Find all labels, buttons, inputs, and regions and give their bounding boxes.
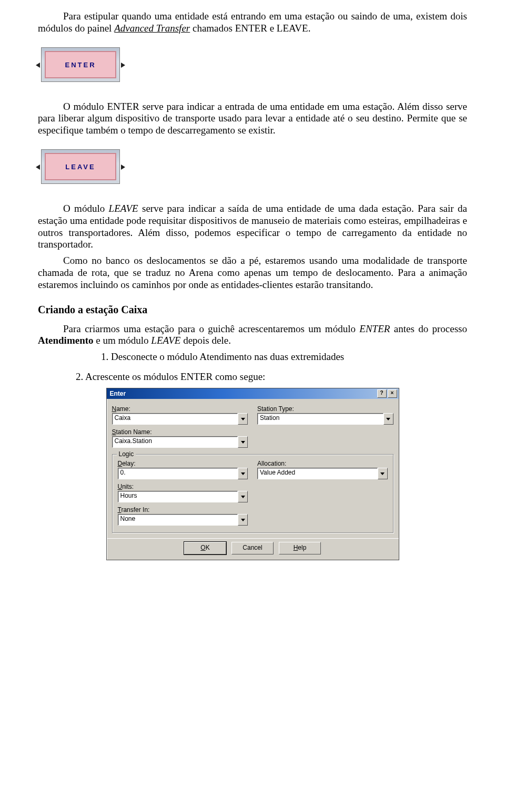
module-leave-label: LEAVE bbox=[65, 162, 95, 170]
module-outer: LEAVE bbox=[41, 149, 120, 184]
paragraph-3: O módulo LEAVE serve para indicar a saíd… bbox=[38, 203, 467, 251]
label-units: Units: bbox=[118, 483, 248, 490]
cancel-button[interactable]: Cancel bbox=[231, 542, 274, 554]
paragraph-1: Para estipular quando uma entidade está … bbox=[38, 11, 467, 35]
logic-groupbox: Logic Delay: 0. Allocation: bbox=[112, 454, 393, 533]
dropdown-icon[interactable] bbox=[238, 413, 248, 425]
name-input[interactable]: Caixa bbox=[112, 413, 238, 425]
text: Para criarmos uma estação para o guichê … bbox=[63, 323, 359, 334]
station-type-input[interactable]: Station bbox=[257, 413, 383, 425]
dropdown-icon[interactable] bbox=[238, 514, 248, 526]
connector-right-icon bbox=[121, 63, 125, 68]
paragraph-2: O módulo ENTER serve para indicar a entr… bbox=[38, 101, 467, 137]
dialog-titlebar: Enter ? × bbox=[107, 388, 399, 399]
subheading-caixa: Criando a estação Caixa bbox=[38, 304, 467, 316]
text-italic: LEAVE bbox=[109, 203, 138, 214]
dialog-footer: OK Cancel Help bbox=[107, 538, 399, 560]
step-2: 2. Acrescente os módulos ENTER como segu… bbox=[76, 371, 467, 383]
module-enter-block: ENTER bbox=[38, 44, 127, 86]
close-icon[interactable]: × bbox=[388, 389, 397, 398]
dropdown-icon[interactable] bbox=[238, 436, 248, 448]
module-inner: LEAVE bbox=[45, 153, 116, 180]
dropdown-icon[interactable] bbox=[238, 491, 248, 502]
text-bold: Atendimento bbox=[38, 335, 94, 346]
dropdown-icon[interactable] bbox=[238, 468, 248, 479]
label-allocation: Allocation: bbox=[257, 460, 388, 467]
connector-left-icon bbox=[36, 63, 40, 68]
enter-dialog: Enter ? × Name: Caixa Stat bbox=[106, 388, 399, 560]
label-delay: Delay: bbox=[118, 460, 248, 467]
label-transfer-in: Transfer In: bbox=[118, 506, 248, 513]
connector-right-icon bbox=[121, 165, 125, 170]
text: antes do processo bbox=[390, 323, 467, 334]
station-name-input[interactable]: Caixa.Station bbox=[112, 436, 238, 448]
module-leave-block: LEAVE bbox=[38, 146, 127, 188]
link-advanced-transfer: Advanced Transfer bbox=[114, 23, 190, 34]
text: O módulo bbox=[63, 203, 109, 214]
ok-button[interactable]: OK bbox=[184, 542, 226, 554]
step-1: 1. Desconecte o módulo Atendimento nas d… bbox=[101, 351, 467, 363]
help-icon[interactable]: ? bbox=[377, 389, 387, 398]
dropdown-icon[interactable] bbox=[383, 413, 393, 425]
module-enter-label: ENTER bbox=[65, 60, 96, 68]
transfer-in-input[interactable]: None bbox=[118, 514, 238, 526]
text-italic: LEAVE bbox=[151, 335, 180, 346]
delay-input[interactable]: 0. bbox=[118, 468, 238, 479]
group-title-logic: Logic bbox=[117, 450, 136, 458]
connector-left-icon bbox=[36, 165, 40, 170]
help-button[interactable]: Help bbox=[279, 542, 321, 554]
module-outer: ENTER bbox=[41, 47, 120, 82]
dropdown-icon[interactable] bbox=[378, 468, 388, 479]
paragraph-4: Como no banco os deslocamentos se dão a … bbox=[38, 255, 467, 291]
paragraph-5: Para criarmos uma estação para o guichê … bbox=[38, 323, 467, 347]
module-inner: ENTER bbox=[45, 51, 116, 78]
units-input[interactable]: Hours bbox=[118, 491, 238, 502]
label-station-type: Station Type: bbox=[257, 405, 393, 413]
text: e um módulo bbox=[94, 335, 152, 346]
text: depois dele. bbox=[180, 335, 231, 346]
label-name: Name: bbox=[112, 405, 248, 413]
label-station-name: Station Name: bbox=[112, 428, 248, 436]
allocation-input[interactable]: Value Added bbox=[257, 468, 378, 479]
dialog-body: Name: Caixa Station Type: Station bbox=[107, 399, 399, 538]
text: chamados ENTER e LEAVE. bbox=[190, 23, 310, 34]
dialog-title: Enter bbox=[110, 390, 126, 397]
text-italic: ENTER bbox=[359, 323, 390, 334]
